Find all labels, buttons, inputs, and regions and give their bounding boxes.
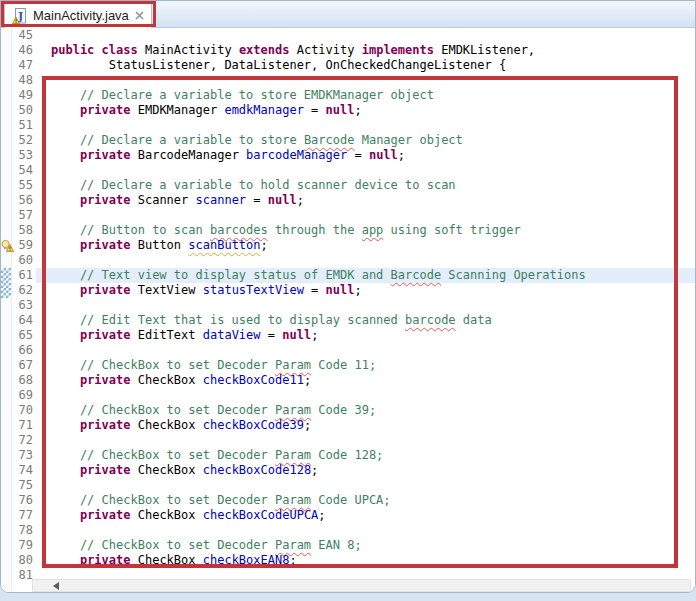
code-text: // CheckBox to set Decoder Param Code 12… <box>36 448 383 463</box>
code-text <box>36 433 51 448</box>
code-line-63[interactable]: 63 <box>12 298 695 313</box>
line-number: 66 <box>12 343 36 358</box>
code-line-47[interactable]: 47 StatusListener, DataListener, OnCheck… <box>12 58 695 73</box>
line-number: 63 <box>12 298 36 313</box>
code-line-80[interactable]: 80 private CheckBox checkBoxEAN8; <box>12 553 695 568</box>
line-number: 62 <box>12 283 36 298</box>
code-line-71[interactable]: 71 private CheckBox checkBoxCode39; <box>12 418 695 433</box>
code-text: // CheckBox to set Decoder Param Code 39… <box>36 403 376 418</box>
line-number: 48 <box>12 73 36 88</box>
code-text <box>36 163 51 178</box>
code-line-61[interactable]: 61 // Text view to display status of EMD… <box>12 268 695 283</box>
line-number: 56 <box>12 193 36 208</box>
code-text: private CheckBox checkBoxEAN8; <box>36 553 297 568</box>
line-number: 73 <box>12 448 36 463</box>
line-number: 74 <box>12 463 36 478</box>
line-number: 45 <box>12 28 36 43</box>
code-text: // Declare a variable to store EMDKManag… <box>36 88 434 103</box>
code-editor[interactable]: 4546public class MainActivity extends Ac… <box>1 28 695 593</box>
code-line-48[interactable]: 48 <box>12 73 695 88</box>
code-text <box>36 73 51 88</box>
editor-tab-bar: J MainActivity.java <box>1 1 695 28</box>
line-number: 65 <box>12 328 36 343</box>
line-number: 53 <box>12 148 36 163</box>
line-number: 52 <box>12 133 36 148</box>
code-text: private EditText dataView = null; <box>36 328 318 343</box>
java-file-icon: J <box>12 8 28 24</box>
line-number: 75 <box>12 478 36 493</box>
code-text <box>36 298 51 313</box>
horizontal-scrollbar[interactable] <box>32 579 691 592</box>
code-line-57[interactable]: 57 <box>12 208 695 223</box>
code-text: // Declare a variable to store Barcode M… <box>36 133 463 148</box>
code-line-78[interactable]: 78 <box>12 523 695 538</box>
code-text: private BarcodeManager barcodeManager = … <box>36 148 405 163</box>
tab-mainactivity-java[interactable]: J MainActivity.java <box>4 2 152 28</box>
code-line-54[interactable]: 54 <box>12 163 695 178</box>
code-text: private CheckBox checkBoxCode128; <box>36 463 318 478</box>
line-number: 59 <box>12 238 36 253</box>
line-number: 50 <box>12 103 36 118</box>
line-number: 70 <box>12 403 36 418</box>
code-line-64[interactable]: 64 // Edit Text that is used to display … <box>12 313 695 328</box>
code-line-62[interactable]: 62 private TextView statusTextView = nul… <box>12 283 695 298</box>
code-text: private Button scanButton; <box>36 238 268 253</box>
code-line-65[interactable]: 65 private EditText dataView = null; <box>12 328 695 343</box>
code-line-70[interactable]: 70 // CheckBox to set Decoder Param Code… <box>12 403 695 418</box>
line-number: 72 <box>12 433 36 448</box>
code-line-68[interactable]: 68 private CheckBox checkBoxCode11; <box>12 373 695 388</box>
close-tab-icon[interactable] <box>134 10 145 21</box>
code-line-59[interactable]: 59 private Button scanButton; <box>12 238 695 253</box>
code-line-58[interactable]: 58 // Button to scan barcodes through th… <box>12 223 695 238</box>
code-text: // Button to scan barcodes through the a… <box>36 223 521 238</box>
code-text: public class MainActivity extends Activi… <box>36 43 535 58</box>
code-line-49[interactable]: 49 // Declare a variable to store EMDKMa… <box>12 88 695 103</box>
line-number: 67 <box>12 358 36 373</box>
code-text <box>36 388 51 403</box>
code-line-79[interactable]: 79 // CheckBox to set Decoder Param EAN … <box>12 538 695 553</box>
code-line-46[interactable]: 46public class MainActivity extends Acti… <box>12 43 695 58</box>
code-line-72[interactable]: 72 <box>12 433 695 448</box>
code-text <box>36 343 51 358</box>
code-text: private Scanner scanner = null; <box>36 193 304 208</box>
annotation-marker-bar[interactable] <box>1 28 12 593</box>
code-text: // CheckBox to set Decoder Param EAN 8; <box>36 538 362 553</box>
code-text: // Declare a variable to hold scanner de… <box>36 178 456 193</box>
editor-window-frame: J MainActivity.java <box>0 0 696 593</box>
code-line-76[interactable]: 76 // CheckBox to set Decoder Param Code… <box>12 493 695 508</box>
scroll-left-arrow-icon[interactable] <box>53 582 59 590</box>
code-line-55[interactable]: 55 // Declare a variable to hold scanner… <box>12 178 695 193</box>
code-text: private CheckBox checkBoxCode39; <box>36 418 311 433</box>
code-line-77[interactable]: 77 private CheckBox checkBoxCodeUPCA; <box>12 508 695 523</box>
code-line-66[interactable]: 66 <box>12 343 695 358</box>
code-line-73[interactable]: 73 // CheckBox to set Decoder Param Code… <box>12 448 695 463</box>
code-line-50[interactable]: 50 private EMDKManager emdkManager = nul… <box>12 103 695 118</box>
changed-lines-marker <box>1 268 11 298</box>
line-number: 68 <box>12 373 36 388</box>
line-number: 64 <box>12 313 36 328</box>
line-number: 49 <box>12 88 36 103</box>
warning-bulb-icon[interactable] <box>1 239 14 253</box>
line-number: 80 <box>12 553 36 568</box>
code-line-53[interactable]: 53 private BarcodeManager barcodeManager… <box>12 148 695 163</box>
line-number: 55 <box>12 178 36 193</box>
line-number: 71 <box>12 418 36 433</box>
code-line-45[interactable]: 45 <box>12 28 695 43</box>
code-line-69[interactable]: 69 <box>12 388 695 403</box>
code-text <box>36 118 51 133</box>
code-line-74[interactable]: 74 private CheckBox checkBoxCode128; <box>12 463 695 478</box>
code-line-56[interactable]: 56 private Scanner scanner = null; <box>12 193 695 208</box>
code-line-67[interactable]: 67 // CheckBox to set Decoder Param Code… <box>12 358 695 373</box>
code-line-51[interactable]: 51 <box>12 118 695 133</box>
code-text <box>36 28 51 43</box>
code-text <box>36 478 51 493</box>
code-line-75[interactable]: 75 <box>12 478 695 493</box>
code-lines[interactable]: 4546public class MainActivity extends Ac… <box>12 28 695 583</box>
line-number: 77 <box>12 508 36 523</box>
code-line-60[interactable]: 60 <box>12 253 695 268</box>
code-text <box>36 523 51 538</box>
line-number: 60 <box>12 253 36 268</box>
line-number: 76 <box>12 493 36 508</box>
code-text: // Edit Text that is used to display sca… <box>36 313 492 328</box>
code-line-52[interactable]: 52 // Declare a variable to store Barcod… <box>12 133 695 148</box>
